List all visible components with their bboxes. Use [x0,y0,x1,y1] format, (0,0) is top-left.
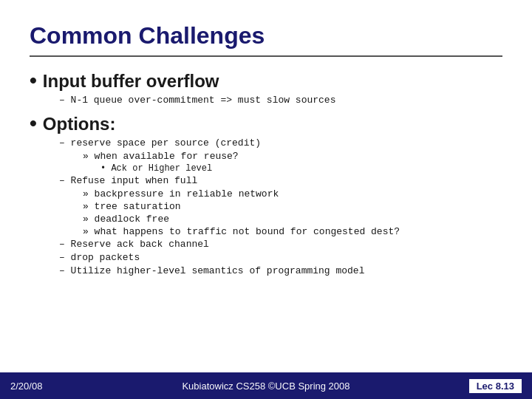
footer-date: 2/20/08 [10,381,42,392]
bullet-2-text: Options: [43,114,116,134]
bullet-1: • Input buffer overflow [30,70,502,92]
sub-2-5: » backpressure in reliable network [83,188,502,200]
sub-2-9: – Reserve ack back channel [59,239,502,250]
bullet-dot-1: • [30,70,37,91]
footer: 2/20/08 Kubiatowicz CS258 ©UCB Spring 20… [0,372,532,399]
sub-2-4: – Refuse input when full [59,175,502,186]
footer-center: Kubiatowicz CS258 ©UCB Spring 2008 [182,381,349,392]
sub-2-6: » tree saturation [83,201,502,212]
slide: Common Challenges • Input buffer overflo… [0,0,532,399]
sub-2-8: » what happens to traffic not bound for … [83,226,502,237]
sub-2-3: • Ack or Higher level [100,163,502,174]
footer-page: Lec 8.13 [469,379,522,393]
slide-title: Common Challenges [30,22,502,50]
title-divider [30,55,502,57]
sub-2-7: » deadlock free [83,214,502,225]
bullet-1-text: Input buffer overflow [43,71,219,92]
sub-2-2: » when available for reuse? [83,151,502,162]
sub-1-1: – N-1 queue over-commitment => must slow… [59,95,502,106]
sub-2-10: – drop packets [59,252,502,263]
sub-2-1: – reserve space per source (credit) [59,137,502,149]
bullet-dot-2: • [30,113,37,134]
bullet-2: • Options: [30,113,502,134]
sub-2-11: – Utilize higher-level semantics of prog… [59,265,502,276]
